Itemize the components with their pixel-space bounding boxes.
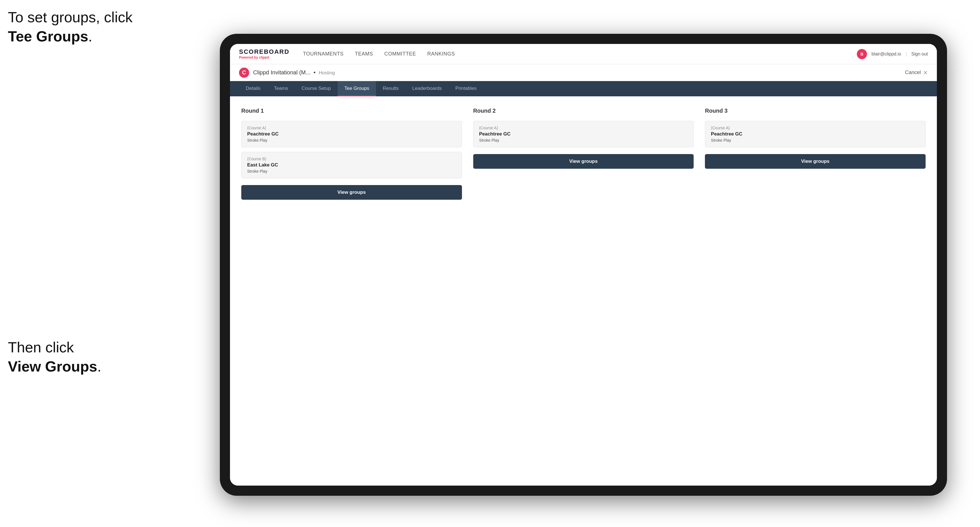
round-2-course-a-format: Stroke Play [479, 138, 688, 143]
tab-printables[interactable]: Printables [449, 81, 484, 96]
round-1-course-b-format: Stroke Play [247, 169, 456, 173]
tab-tee-groups[interactable]: Tee Groups [338, 81, 376, 96]
round-1-course-b-card: (Course B) East Lake GC Stroke Play [241, 152, 462, 178]
round-3-title: Round 3 [705, 108, 926, 114]
sign-out-link[interactable]: Sign out [911, 52, 928, 57]
tab-course-setup[interactable]: Course Setup [295, 81, 338, 96]
nav-committee[interactable]: COMMITTEE [385, 51, 416, 57]
nav-items: TOURNAMENTS TEAMS COMMITTEE RANKINGS [303, 51, 857, 57]
tab-teams[interactable]: Teams [267, 81, 295, 96]
instruction-bottom: Then click View Groups. [8, 338, 101, 376]
tournament-icon: C [239, 68, 249, 78]
round-1-course-a-label: (Course A) [247, 125, 456, 130]
tab-leaderboards[interactable]: Leaderboards [406, 81, 449, 96]
round-1-column: Round 1 (Course A) Peachtree GC Stroke P… [241, 108, 462, 200]
top-nav: SCOREBOARD Powered by clippd TOURNAMENTS… [230, 44, 937, 64]
rounds-grid: Round 1 (Course A) Peachtree GC Stroke P… [241, 108, 926, 200]
main-content: Round 1 (Course A) Peachtree GC Stroke P… [230, 96, 937, 486]
round-3-column: Round 3 (Course A) Peachtree GC Stroke P… [705, 108, 926, 200]
round-2-course-a-card: (Course A) Peachtree GC Stroke Play [473, 121, 694, 147]
round-2-course-a-label: (Course A) [479, 125, 688, 130]
round-1-course-a-format: Stroke Play [247, 138, 456, 143]
round-1-course-a-name: Peachtree GC [247, 131, 456, 137]
user-email: blair@clippd.io [872, 52, 901, 57]
nav-rankings[interactable]: RANKINGS [427, 51, 455, 57]
nav-tournaments[interactable]: TOURNAMENTS [303, 51, 344, 57]
round-3-view-groups-button[interactable]: View groups [705, 154, 926, 169]
user-avatar: B [857, 49, 867, 59]
round-2-view-groups-button[interactable]: View groups [473, 154, 694, 169]
tab-details[interactable]: Details [239, 81, 267, 96]
tablet-device: SCOREBOARD Powered by clippd TOURNAMENTS… [220, 34, 947, 496]
round-1-course-b-name: East Lake GC [247, 162, 456, 168]
round-1-view-groups-button[interactable]: View groups [241, 185, 462, 200]
tablet-screen: SCOREBOARD Powered by clippd TOURNAMENTS… [230, 44, 937, 486]
nav-teams[interactable]: TEAMS [355, 51, 373, 57]
sub-header: C Clippd Invitational (M... • Hosting Ca… [230, 64, 937, 81]
round-2-course-a-name: Peachtree GC [479, 131, 688, 137]
instruction-top: To set groups, click Tee Groups. [8, 8, 132, 46]
round-3-course-a-card: (Course A) Peachtree GC Stroke Play [705, 121, 926, 147]
tab-nav: Details Teams Course Setup Tee Groups Re… [230, 81, 937, 96]
round-1-title: Round 1 [241, 108, 462, 114]
tournament-name: Clippd Invitational (M... • Hosting [253, 69, 905, 76]
cancel-icon: ✕ [923, 69, 928, 76]
logo-area: SCOREBOARD Powered by clippd [239, 49, 290, 59]
round-2-title: Round 2 [473, 108, 694, 114]
round-1-course-b-label: (Course B) [247, 157, 456, 161]
round-3-course-a-name: Peachtree GC [711, 131, 920, 137]
round-2-column: Round 2 (Course A) Peachtree GC Stroke P… [473, 108, 694, 200]
tab-results[interactable]: Results [376, 81, 406, 96]
round-3-course-a-format: Stroke Play [711, 138, 920, 143]
nav-right: B blair@clippd.io | Sign out [857, 49, 928, 59]
cancel-button[interactable]: Cancel ✕ [905, 69, 928, 76]
logo-sub: Powered by clippd [239, 56, 290, 59]
logo-text: SCOREBOARD [239, 49, 290, 55]
round-1-course-a-card: (Course A) Peachtree GC Stroke Play [241, 121, 462, 147]
round-3-course-a-label: (Course A) [711, 125, 920, 130]
